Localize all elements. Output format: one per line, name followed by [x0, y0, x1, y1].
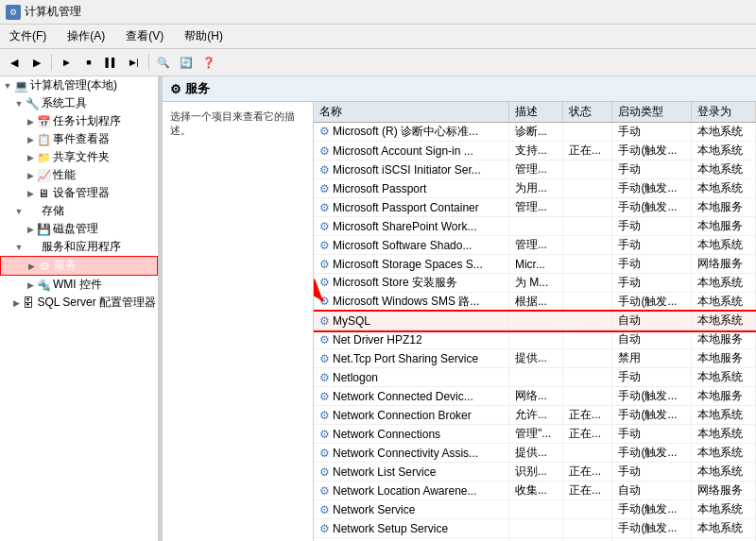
table-row[interactable]: ⚙Network Service手动(触发...本地系统 — [314, 500, 756, 519]
services-header: ⚙ 服务 — [163, 76, 756, 102]
tree-item-system-tools[interactable]: ▼🔧系统工具 — [0, 94, 158, 112]
service-desc: 管理... — [508, 236, 562, 255]
table-row[interactable]: ⚙Microsoft Store 安装服务为 M...手动本地系统 — [314, 274, 756, 293]
service-icon: ⚙ — [319, 484, 330, 498]
tree-item-shared-folders[interactable]: ▶📁共享文件夹 — [0, 148, 158, 166]
toolbar-refresh[interactable]: 🔄 — [176, 52, 197, 73]
tree-item-disk-management[interactable]: ▶💾磁盘管理 — [0, 220, 158, 238]
toolbar-restart[interactable]: ▶| — [124, 52, 145, 73]
table-row[interactable]: ⚙Microsoft Account Sign-in ...支持...正在...… — [314, 142, 756, 161]
col-logon[interactable]: 登录为 — [692, 102, 756, 123]
menu-help[interactable]: 帮助(H) — [179, 26, 229, 46]
table-row[interactable]: ⚙Microsoft Software Shado...管理...手动本地系统 — [314, 236, 756, 255]
tree-item-event-viewer[interactable]: ▶📋事件查看器 — [0, 130, 158, 148]
tree-item-task-scheduler[interactable]: ▶📅任务计划程序 — [0, 112, 158, 130]
service-logon: 本地系统 — [692, 236, 756, 255]
tree-arrow-icon: ▶ — [25, 135, 36, 144]
service-logon: 本地系统 — [692, 406, 756, 425]
table-row[interactable]: ⚙Microsoft SharePoint Work...手动本地服务 — [314, 217, 756, 236]
col-startup[interactable]: 启动类型 — [612, 102, 692, 123]
service-startup: 手动 — [612, 236, 692, 255]
toolbar-start[interactable]: ▶ — [56, 52, 77, 73]
service-name: ⚙Microsoft (R) 诊断中心标准... — [314, 123, 508, 142]
tree-item-icon: 📋 — [36, 132, 51, 147]
table-row[interactable]: ⚙Network Location Awarene...收集...正在...自动… — [314, 482, 756, 500]
table-row[interactable]: ⚙Microsoft Passport为用...手动(触发...本地系统 — [314, 179, 756, 198]
table-row[interactable]: ⚙Microsoft iSCSI Initiator Ser...管理...手动… — [314, 161, 756, 179]
service-status — [563, 274, 612, 293]
service-startup: 禁用 — [612, 349, 692, 368]
service-startup: 手动 — [612, 123, 692, 142]
table-row[interactable]: ⚙Network Connected Devic...网络...手动(触发...… — [314, 387, 756, 406]
service-logon: 本地系统 — [692, 274, 756, 293]
tree-arrow-icon: ▶ — [26, 262, 37, 271]
table-row[interactable]: ⚙Net Driver HPZ12自动本地服务 — [314, 330, 756, 349]
service-name: ⚙Microsoft Passport Container — [314, 198, 508, 217]
window-icon: ⚙ — [6, 5, 21, 20]
tree-item-icon: 🔩 — [36, 278, 51, 293]
toolbar-help2[interactable]: ❓ — [198, 52, 219, 73]
tree-item-label: 事件查看器 — [53, 131, 110, 147]
tree-item-icon: 💾 — [36, 222, 51, 237]
service-desc: 此服... — [508, 538, 562, 542]
services-table-panel[interactable]: 名称 描述 状态 启动类型 登录为 ⚙Microsoft (R) 诊断中心标准.… — [314, 102, 756, 541]
tree-item-root[interactable]: ▼💻计算机管理(本地) — [0, 76, 158, 94]
service-status — [563, 349, 612, 368]
tree-item-services-apps[interactable]: ▼服务和应用程序 — [0, 238, 158, 256]
table-row[interactable]: ⚙MySQL自动本地系统 — [314, 312, 756, 330]
toolbar-forward[interactable]: ▶ — [26, 52, 47, 73]
toolbar-properties[interactable]: 🔍 — [153, 52, 174, 73]
toolbar-pause[interactable]: ▌▌ — [101, 52, 122, 73]
table-row[interactable]: ⚙Netlogon手动本地系统 — [314, 368, 756, 387]
table-row[interactable]: ⚙Microsoft Windows SMS 路...根据...手动(触发...… — [314, 293, 756, 312]
service-status — [563, 255, 612, 274]
menu-file[interactable]: 文件(F) — [4, 26, 52, 46]
service-name: ⚙Network Connections — [314, 425, 508, 444]
service-startup: 手动(触发... — [612, 519, 692, 538]
tree-item-wmi[interactable]: ▶🔩WMI 控件 — [0, 276, 158, 294]
left-panel: ▼💻计算机管理(本地)▼🔧系统工具▶📅任务计划程序▶📋事件查看器▶📁共享文件夹▶… — [0, 76, 159, 541]
service-logon: 网络服务 — [692, 255, 756, 274]
service-logon: 本地系统 — [692, 463, 756, 482]
tree-item-services[interactable]: ▶⚙服务 — [0, 256, 158, 276]
tree-item-icon — [25, 204, 40, 219]
service-name: ⚙Microsoft SharePoint Work... — [314, 217, 508, 236]
table-row[interactable]: ⚙Network Connection Broker允许...正在...手动(触… — [314, 406, 756, 425]
tree-arrow-icon: ▼ — [2, 81, 13, 91]
toolbar-back[interactable]: ◀ — [4, 52, 25, 73]
service-name: ⚙Microsoft Storage Spaces S... — [314, 255, 508, 274]
col-name[interactable]: 名称 — [314, 102, 508, 123]
service-startup: 手动 — [612, 368, 692, 387]
service-status — [563, 198, 612, 217]
service-logon: 本地系统 — [692, 500, 756, 519]
col-status[interactable]: 状态 — [563, 102, 612, 123]
tree-item-label: 磁盘管理 — [53, 221, 98, 237]
table-row[interactable]: ⚙Network Setup Service手动(触发...本地系统 — [314, 519, 756, 538]
tree-item-sqlserver[interactable]: ▶🗄SQL Server 配置管理器 — [0, 294, 158, 312]
table-row[interactable]: ⚙Network Connections管理"...正在...手动本地系统 — [314, 425, 756, 444]
menu-action[interactable]: 操作(A) — [61, 26, 111, 46]
service-name: ⚙Net.Tcp Port Sharing Service — [314, 349, 508, 368]
service-desc: 管理... — [508, 161, 562, 179]
table-row[interactable]: ⚙Network List Service识别...正在...手动本地系统 — [314, 463, 756, 482]
tree-item-device-manager[interactable]: ▶🖥设备管理器 — [0, 184, 158, 202]
table-row[interactable]: ⚙Net.Tcp Port Sharing Service提供...禁用本地服务 — [314, 349, 756, 368]
table-row[interactable]: ⚙Microsoft Passport Container管理...手动(触发.… — [314, 198, 756, 217]
tree-item-label: 设备管理器 — [53, 185, 110, 201]
service-icon: ⚙ — [319, 276, 330, 289]
service-name: ⚙Network Location Awarene... — [314, 482, 508, 500]
tree-arrow-icon: ▶ — [25, 117, 36, 127]
service-status — [563, 330, 612, 349]
table-row[interactable]: ⚙Network Store Interface Se...此服...正在...… — [314, 538, 756, 542]
menu-view[interactable]: 查看(V) — [120, 26, 169, 46]
tree-item-performance[interactable]: ▶📈性能 — [0, 166, 158, 184]
tree-item-storage[interactable]: ▼存储 — [0, 202, 158, 220]
table-row[interactable]: ⚙Network Connectivity Assis...提供...手动(触发… — [314, 444, 756, 463]
toolbar-stop[interactable]: ■ — [78, 52, 99, 73]
table-row[interactable]: ⚙Microsoft Storage Spaces S...Micr...手动网… — [314, 255, 756, 274]
service-logon: 本地服务 — [692, 198, 756, 217]
service-name: ⚙Network Connected Devic... — [314, 387, 508, 406]
table-row[interactable]: ⚙Microsoft (R) 诊断中心标准...诊断...手动本地系统 — [314, 123, 756, 142]
col-desc[interactable]: 描述 — [508, 102, 562, 123]
service-startup: 自动 — [612, 538, 692, 542]
